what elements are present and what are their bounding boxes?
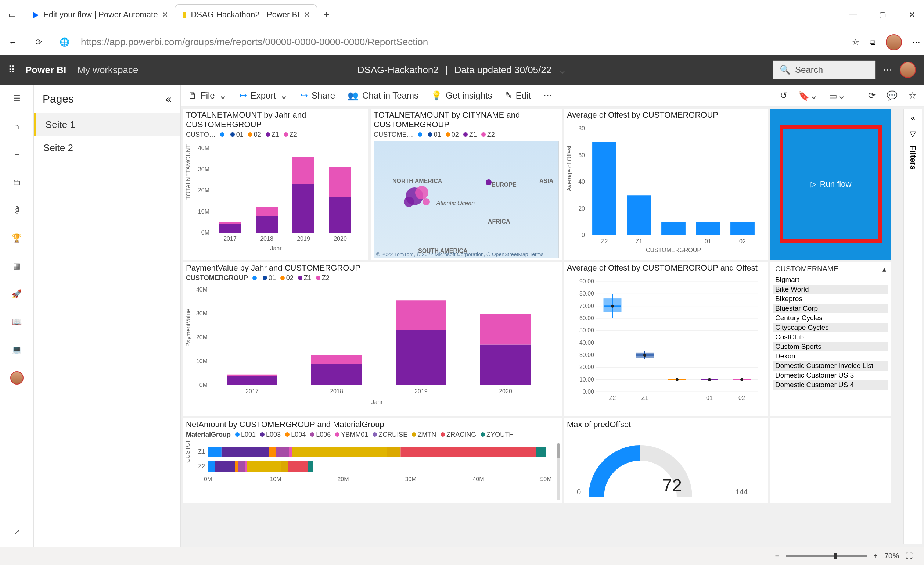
zoom-slider[interactable] (786, 555, 867, 556)
table-row[interactable]: Bigmart (773, 275, 888, 284)
more-toolbar-icon[interactable]: ⋯ (543, 90, 552, 101)
insights-button[interactable]: 💡Get insights (431, 90, 492, 101)
share-button[interactable]: ↪Share (300, 90, 335, 101)
more-icon[interactable]: ⋯ (912, 38, 920, 47)
favorite-report-icon[interactable]: ☆ (909, 90, 916, 101)
svg-text:01: 01 (706, 395, 713, 401)
table-row[interactable]: Bike World (773, 284, 888, 294)
view-icon[interactable]: ▭⌄ (829, 89, 846, 101)
legend: MaterialGroup L001 L003 L004 L006 YBMM01… (186, 431, 559, 439)
expand-icon[interactable]: ↗ (9, 524, 24, 539)
table-row[interactable]: Custom Sports (773, 342, 888, 352)
deployment-icon[interactable]: 🚀 (9, 287, 24, 301)
data-hub-icon[interactable]: 🛢 (9, 203, 24, 218)
zoom-out-button[interactable]: − (775, 552, 780, 560)
viz-totalnetamount-city[interactable]: TOTALNETAMOUNT by CITYNAME and CUSTOMERG… (371, 109, 562, 260)
viz-customer-table[interactable]: CUSTOMERNAME▴ BigmartBike WorldBikeprosB… (770, 262, 891, 416)
viz-avg-offest-box[interactable]: Average of Offest by CUSTOMERGROUP and O… (564, 262, 768, 416)
map-visual[interactable]: NORTH AMERICA EUROPE ASIA Atlantic Ocean… (374, 141, 559, 258)
viz-gauge[interactable]: Max of predOffset 0 72 144 (564, 418, 768, 503)
user-avatar[interactable] (900, 62, 916, 78)
chat-teams-button[interactable]: 👥Chat in Teams (348, 90, 418, 101)
browser-tab-0[interactable]: ▶ Edit your flow | Power Automate ✕ (26, 5, 175, 25)
workspaces-icon[interactable]: 💻 (9, 343, 24, 357)
fit-page-icon[interactable]: ⛶ (906, 552, 913, 560)
tab-actions-icon[interactable]: ▭ (3, 6, 21, 24)
table-row[interactable]: Domestic Customer US 3 (773, 371, 888, 380)
svg-rect-50 (396, 331, 446, 386)
page-item-1[interactable]: Seite 2 (34, 137, 180, 159)
collections-icon[interactable]: ⧉ (870, 38, 876, 47)
table-row[interactable]: CostClub (773, 332, 888, 342)
app-launcher-icon[interactable]: ⠿ (8, 64, 14, 76)
zoom-in-button[interactable]: + (873, 552, 878, 560)
svg-rect-52 (480, 345, 531, 386)
browse-icon[interactable]: 🗀 (9, 175, 24, 190)
run-flow-button[interactable]: ▷ Run flow (780, 125, 881, 243)
table-row[interactable]: Cityscape Cycles (773, 323, 888, 332)
maximize-button[interactable]: ▢ (873, 10, 892, 19)
viz-paymentvalue[interactable]: PaymentValue by Jahr and CUSTOMERGROUP C… (183, 262, 562, 416)
close-icon[interactable]: ✕ (304, 10, 310, 19)
url-field[interactable]: https://app.powerbi.com/groups/me/report… (81, 36, 844, 48)
page-item-0[interactable]: Seite 1 (34, 113, 180, 137)
svg-text:0M: 0M (201, 229, 209, 236)
more-options-icon[interactable]: ⋯ (883, 64, 892, 76)
svg-point-22 (423, 198, 430, 206)
viz-avg-offest[interactable]: Average of Offest by CUSTOMERGROUP Avera… (564, 109, 768, 260)
bookmark-icon[interactable]: 🔖⌄ (798, 89, 818, 101)
svg-text:2019: 2019 (414, 388, 428, 394)
my-workspace-avatar[interactable] (9, 371, 24, 385)
profile-avatar[interactable] (886, 34, 902, 50)
menu-icon[interactable]: ☰ (9, 91, 24, 106)
favorite-icon[interactable]: ☆ (852, 38, 860, 47)
goals-icon[interactable]: 🏆 (9, 231, 24, 246)
svg-text:20M: 20M (198, 187, 209, 193)
collapse-pages-icon[interactable]: « (165, 93, 172, 105)
export-menu[interactable]: ↦Export⌄ (240, 89, 288, 101)
comments-icon[interactable]: 💬 (886, 90, 897, 101)
viz-run-flow[interactable]: ▷ Run flow (770, 109, 891, 260)
workspace-name[interactable]: My workspace (77, 64, 138, 76)
data-updated[interactable]: Data updated 30/05/22 (454, 64, 552, 76)
svg-rect-122 (308, 461, 313, 472)
refresh-visuals-icon[interactable]: ⟳ (868, 90, 876, 101)
scrollbar[interactable] (556, 443, 560, 500)
table-row[interactable]: Dexon (773, 352, 888, 361)
svg-text:2019: 2019 (297, 236, 310, 242)
file-menu[interactable]: 🗎File⌄ (188, 89, 227, 101)
minimize-button[interactable]: — (844, 10, 862, 19)
back-button[interactable]: ← (4, 33, 22, 51)
close-icon[interactable]: ✕ (162, 10, 168, 19)
table-row[interactable]: Century Cycles (773, 313, 888, 323)
close-button[interactable]: ✕ (903, 10, 921, 19)
filter-icon[interactable]: ▽ (910, 129, 916, 139)
chart-svg: Average of Offest 020406080Z2Z10102 CUST… (567, 121, 765, 254)
table-row[interactable]: Domestic Customer Invoice List (773, 361, 888, 371)
learn-icon[interactable]: 📖 (9, 315, 24, 329)
reset-icon[interactable]: ↺ (780, 90, 788, 101)
table-row[interactable]: Bikepros (773, 294, 888, 304)
chevron-down-icon[interactable]: ⌄ (558, 64, 567, 76)
edit-button[interactable]: ✎Edit (505, 90, 531, 101)
table-row[interactable]: Bluestar Corp (773, 304, 888, 313)
svg-rect-119 (247, 461, 281, 472)
viz-totalnetamount-year[interactable]: TOTALNETAMOUNT by Jahr and CUSTOMERGROUP… (183, 109, 369, 260)
filters-rail[interactable]: « ▽ Filters (903, 109, 922, 544)
new-tab-button[interactable]: + (317, 6, 335, 24)
collapse-filters-icon[interactable]: « (910, 113, 915, 123)
viz-netamount-material[interactable]: NetAmount by CUSTOMERGROUP and MaterialG… (183, 418, 562, 503)
svg-rect-115 (214, 461, 235, 472)
apps-icon[interactable]: ▦ (9, 259, 24, 273)
create-icon[interactable]: ＋ (9, 147, 24, 162)
svg-text:40M: 40M (198, 145, 209, 151)
search-input[interactable]: 🔍 Search (772, 60, 876, 80)
sort-icon[interactable]: ▴ (882, 264, 886, 273)
table-row[interactable]: Domestic Customer US 4 (773, 380, 888, 390)
browser-tab-1[interactable]: ▮ DSAG-Hackathon2 - Power BI ✕ (175, 5, 317, 25)
home-icon[interactable]: ⌂ (9, 119, 24, 134)
refresh-button[interactable]: ⟳ (29, 33, 48, 51)
svg-rect-46 (226, 376, 278, 385)
site-info-icon[interactable]: 🌐 (55, 33, 74, 51)
svg-rect-48 (311, 364, 362, 386)
